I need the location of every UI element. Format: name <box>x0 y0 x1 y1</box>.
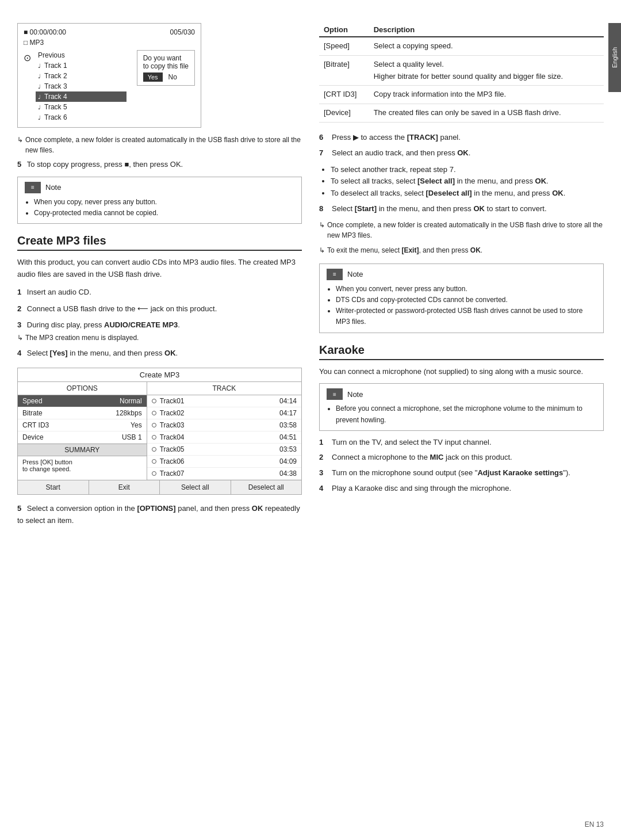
track-name-3: Track 3 <box>44 82 67 90</box>
note-bullet-2: Copy-protected media cannot be copied. <box>34 208 294 219</box>
right-step-7-text: Select an audio track, and then press OK… <box>332 147 470 159</box>
note-bullet-1: When you copy, never press any button. <box>34 197 294 208</box>
left-step-2: 2 Connect a USB flash drive to the ⟵ jac… <box>17 303 302 315</box>
track-circle-3 <box>152 423 156 427</box>
left-step-4: 4 Select [Yes] in the menu, and then pre… <box>17 348 302 360</box>
right-step-6-num: 6 <box>319 132 328 144</box>
track-name-6: Track 6 <box>44 113 67 121</box>
select-all-button[interactable]: Select all <box>160 480 231 494</box>
right-step-7-num: 7 <box>319 147 328 159</box>
player-format-row: □ MP3 <box>24 39 195 47</box>
karaoke-step-4-text: Play a Karaoke disc and sing through the… <box>332 483 511 495</box>
mp3-button-row: Start Exit Select all Deselect all <box>18 480 301 494</box>
track-name-1: Track 1 <box>44 62 67 70</box>
note-header-convert: ≡ Note <box>327 269 596 280</box>
right-step-8-text: Select [Start] in the menu, and then pre… <box>332 203 547 215</box>
options-row-device: Device USB 1 <box>18 432 147 444</box>
track-circle-2 <box>152 411 156 415</box>
copy-no-label[interactable]: No <box>168 73 177 81</box>
note-icon-box-convert: ≡ <box>327 269 343 280</box>
note-icon-2: ♩ <box>38 73 41 79</box>
note-label-convert: Note <box>347 270 363 278</box>
track-row-04: Track04 04:51 <box>147 432 301 444</box>
track-time-t04: 04:51 <box>277 433 297 441</box>
track-name-t01: Track01 <box>160 397 273 405</box>
note-header-karaoke: ≡ Note <box>327 388 596 400</box>
step-5-copy: 5 To stop copy progress, press ■, then p… <box>17 159 302 171</box>
option-row-speed: [Speed] Select a copying speed. <box>319 37 604 55</box>
left-column: ■ 00:00/00:00 005/030 □ MP3 ⊙ Previous <box>17 23 302 817</box>
left-step-4-text: Select [Yes] in the menu, and then press… <box>27 349 178 357</box>
options-header: OPTIONS <box>18 382 147 395</box>
right-step-8-row: 8 Select [Start] in the menu, and then p… <box>319 203 604 215</box>
folder-format: □ MP3 <box>24 39 44 47</box>
right-step-8: 8 Select [Start] in the menu, and then p… <box>319 203 604 255</box>
options-row-bitrate: Bitrate 128kbps <box>18 407 147 419</box>
note-icon-4: ♩ <box>38 94 41 100</box>
arrow-note-complete: Once complete, a new folder is created a… <box>17 135 302 155</box>
option-key-device: [Device] <box>319 104 369 123</box>
options-col: OPTIONS Speed Normal Bitrate 128kbps CRT… <box>18 382 147 480</box>
track-row-07: Track07 04:38 <box>147 468 301 480</box>
karaoke-step-1-num: 1 <box>319 437 328 449</box>
karaoke-step-1-text: Turn on the TV, and select the TV input … <box>332 437 492 449</box>
track-circle-4 <box>152 435 156 440</box>
track-item-2: ♩ Track 2 <box>36 71 126 81</box>
deselect-all-button[interactable]: Deselect all <box>231 480 302 494</box>
karaoke-step-4-num: 4 <box>319 483 328 495</box>
track-row-06: Track06 04:09 <box>147 456 301 468</box>
note-label-copy: Note <box>45 183 61 192</box>
option-desc-bitrate: Select a quality level.Higher bitrate fo… <box>369 55 604 86</box>
copy-yes-btn[interactable]: Yes <box>143 72 163 82</box>
track-label: Previous <box>38 51 65 59</box>
track-item-1: ♩ Track 1 <box>36 60 126 71</box>
karaoke-step-3: 3 Turn on the microphone sound output (s… <box>319 467 604 479</box>
step7-bullet-3: To deselect all tracks, select [Deselect… <box>331 188 604 200</box>
karaoke-step-3-text: Turn on the microphone sound output (see… <box>332 467 570 479</box>
convert-note-2: DTS CDs and copy-protected CDs cannot be… <box>336 295 596 306</box>
karaoke-step-3-row: 3 Turn on the microphone sound output (s… <box>319 467 604 479</box>
track-item-previous: Previous <box>36 50 126 60</box>
copy-buttons: Yes No <box>143 72 189 82</box>
folder-icon: □ <box>24 39 28 47</box>
note-header-copy: ≡ Note <box>25 182 294 193</box>
stop-icon: ■ <box>24 28 28 36</box>
left-step-3-arrow: The MP3 creation menu is displayed. <box>17 333 302 343</box>
copy-line1: Do you want <box>143 54 189 62</box>
track-name-t06: Track06 <box>160 457 273 465</box>
note-bullets-copy: When you copy, never press any button. C… <box>25 197 294 219</box>
track-time-t05: 03:53 <box>277 445 297 453</box>
copy-dialog: Do you want to copy this file Yes No <box>137 50 195 86</box>
track-row-05: Track05 03:53 <box>147 444 301 456</box>
option-desc-speed: Select a copying speed. <box>369 37 604 55</box>
karaoke-note-1: Before you connect a microphone, set the… <box>336 403 596 425</box>
option-desc-device: The created files can only be saved in a… <box>369 104 604 123</box>
format-label: MP3 <box>30 39 44 47</box>
speed-value: Normal <box>120 397 142 405</box>
note-box-convert: ≡ Note When you convert, never press any… <box>319 264 604 333</box>
bitrate-label: Bitrate <box>22 409 43 417</box>
description-col-header: Description <box>369 23 604 37</box>
left-step-1-text: Insert an audio CD. <box>27 288 91 296</box>
left-step-3: 3 During disc play, press AUDIO/CREATE M… <box>17 319 302 343</box>
page-footer: EN 13 <box>585 820 604 828</box>
track-time-t02: 04:17 <box>277 409 297 417</box>
note-box-copy: ≡ Note When you copy, never press any bu… <box>17 177 302 224</box>
track-row-03: Track03 03:58 <box>147 419 301 432</box>
step8-arrow-1: Once complete, a new folder is created a… <box>319 220 604 240</box>
create-mp3-table-title: Create MP3 <box>18 368 301 382</box>
left-step-2-num: 2 <box>17 304 21 313</box>
crtid3-value: Yes <box>131 421 142 429</box>
exit-button[interactable]: Exit <box>89 480 160 494</box>
track-name-t04: Track04 <box>160 433 273 441</box>
left-step-3-num: 3 <box>17 320 21 329</box>
note-icon-5: ♩ <box>38 104 41 110</box>
track-time-t06: 04:09 <box>277 457 297 465</box>
option-key-speed: [Speed] <box>319 37 369 55</box>
right-step-7: 7 Select an audio track, and then press … <box>319 147 604 200</box>
option-row-device: [Device] The created files can only be s… <box>319 104 604 123</box>
step-5-text: To stop copy progress, press ■, then pre… <box>27 160 183 169</box>
start-button[interactable]: Start <box>18 480 89 494</box>
track-header: TRACK <box>147 382 301 395</box>
track-name-t05: Track05 <box>160 445 273 453</box>
